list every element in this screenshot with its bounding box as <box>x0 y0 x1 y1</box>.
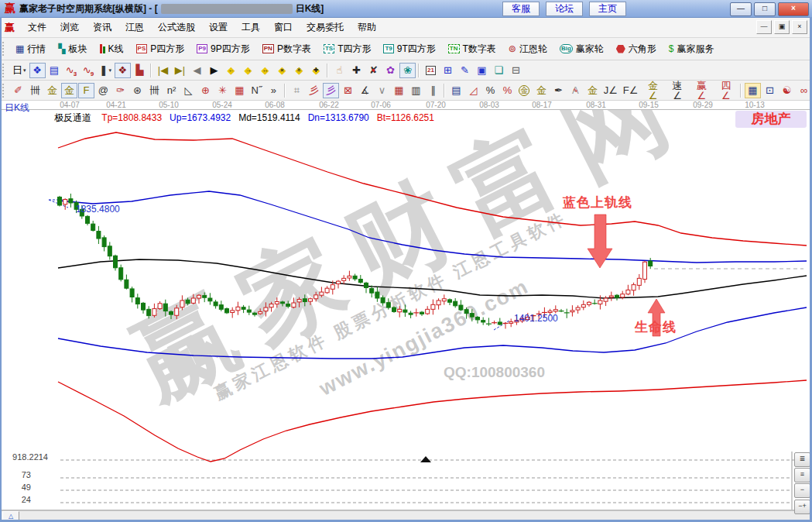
pen-k-tool[interactable]: ✒ <box>550 83 567 98</box>
gold-grid-tool[interactable]: 金 <box>44 83 60 98</box>
bars-tool[interactable]: ▤ <box>448 83 464 98</box>
candle-style-dropdown[interactable]: ❚▾ <box>98 63 114 78</box>
expand-all-button[interactable]: ◆✳ <box>291 63 307 78</box>
circle-ticks-tool[interactable]: ⊛ <box>129 83 146 98</box>
crosshair-tool[interactable]: ✚ <box>348 63 365 78</box>
k-marks-tool[interactable]: N˝ <box>248 83 265 98</box>
menu-window[interactable]: 窗口 <box>267 19 300 36</box>
save-button[interactable]: ▣ <box>474 63 490 78</box>
pen-tool[interactable]: ✐ <box>10 83 26 98</box>
parallel-tool[interactable]: ∥ <box>425 83 441 98</box>
gold-circle-tool[interactable]: 金 <box>516 83 533 98</box>
titlebar-link-service[interactable]: 客服 <box>502 2 540 16</box>
grid-gold-center-tool[interactable]: ▦ <box>745 83 761 98</box>
menu-gann[interactable]: 江恩 <box>118 19 151 36</box>
grid-dark-tool[interactable]: ▥ <box>408 83 424 98</box>
frame-tool[interactable]: ⌗ <box>289 83 305 98</box>
shift-left-button[interactable]: ◆← <box>223 63 239 78</box>
print-button[interactable]: ⊟ <box>508 63 524 78</box>
memo-button[interactable]: ✎ <box>457 63 473 78</box>
winner-service-button[interactable]: $赢家服务 <box>663 39 721 58</box>
prev-bar-button[interactable]: ◀ <box>189 63 205 78</box>
child-restore-button[interactable]: ▣ <box>774 20 790 34</box>
square-grid-tool[interactable]: ▦ <box>231 83 248 98</box>
compress-button[interactable]: ◆× <box>274 63 290 78</box>
histogram-tool[interactable]: ▙ <box>132 63 148 78</box>
expand-h-button[interactable]: ◆↔ <box>257 63 273 78</box>
tally2-tool[interactable]: 卌 <box>146 83 163 98</box>
pane-one-split-button[interactable]: − <box>794 483 810 498</box>
flower-teal-tool[interactable]: ❀ <box>399 63 416 78</box>
minimize-button[interactable]: — <box>730 2 752 16</box>
menu-help[interactable]: 帮助 <box>351 19 383 36</box>
angle-f-tool[interactable]: F∠ <box>621 83 640 98</box>
list-doc-tool[interactable]: ▤ <box>46 63 63 78</box>
spiral-tool[interactable]: @ <box>95 83 111 98</box>
maximize-button[interactable]: □ <box>754 2 776 16</box>
gann-circle-tool[interactable]: ⊕ <box>197 83 214 98</box>
v-dots-tool[interactable]: ∨ <box>374 83 390 98</box>
menu-formula-stock-pick[interactable]: 公式选股 <box>151 19 202 36</box>
pane-slider-button[interactable]: −+ <box>794 500 810 514</box>
pane-three-split-button[interactable]: ≣ <box>794 452 810 467</box>
gold-line-tool[interactable]: 金 <box>533 83 550 98</box>
menu-trade[interactable]: 交易委托 <box>300 19 351 36</box>
brush-tool[interactable]: ✑ <box>112 83 128 98</box>
winner-wheel-button[interactable]: Big赢家轮 <box>553 39 610 58</box>
menu-news[interactable]: 资讯 <box>86 19 118 36</box>
chart-box-tool[interactable]: ⊡ <box>762 83 778 98</box>
period-day-dropdown[interactable]: 日▾ <box>10 63 29 78</box>
p9-square-button[interactable]: P99P四方形 <box>190 39 255 58</box>
erase-tool[interactable]: ✘● <box>365 63 382 78</box>
menu-browse[interactable]: 浏览 <box>53 19 86 36</box>
fan-purple-tool[interactable]: 彡 <box>323 83 339 98</box>
menu-settings[interactable]: 设置 <box>202 19 235 36</box>
sectors-button[interactable]: ▚板块 <box>52 39 93 58</box>
grid-red-tool[interactable]: ▦ <box>391 83 407 98</box>
box-lines-tool[interactable]: ⊠ <box>340 83 356 98</box>
angle-j-tool[interactable]: J∠ <box>601 83 620 98</box>
a-wave-tool[interactable]: A∿ <box>567 83 584 98</box>
angle-speed-tool[interactable]: 速∠ <box>666 83 689 98</box>
kline-button[interactable]: K线 <box>94 39 130 58</box>
pane-two-split-button[interactable]: ≡ <box>794 468 810 483</box>
last-bar-button[interactable]: ▶| <box>172 63 188 78</box>
calculator-button[interactable]: ⊞ <box>440 63 456 78</box>
star-grid-tool[interactable]: ✳ <box>214 83 231 98</box>
child-minimize-button[interactable]: — <box>756 20 772 34</box>
child-close-button[interactable]: × <box>792 20 807 34</box>
center-button[interactable]: ◆✚ <box>308 63 324 78</box>
calendar-button[interactable]: 21 <box>423 63 439 78</box>
pattern-blue-tool[interactable]: ❖ <box>29 63 46 78</box>
p-square-button[interactable]: PSP四方形 <box>130 39 191 58</box>
pattern-red-tool[interactable]: ❖ <box>115 63 131 78</box>
next-bar-button[interactable]: ▶ <box>206 63 222 78</box>
titlebar-link-home[interactable]: 主页 <box>589 2 626 16</box>
more-tools-button[interactable]: » <box>266 83 282 98</box>
tally-tool[interactable]: 卌 <box>27 83 43 98</box>
retrace-tool[interactable]: ◿ <box>465 83 481 98</box>
angle-ruler-tool[interactable]: ◺ <box>180 83 197 98</box>
hand-tool[interactable]: ☝ <box>331 63 348 78</box>
wave-3-tool[interactable]: ∿3 <box>63 63 80 78</box>
titlebar-link-forum[interactable]: 论坛 <box>546 2 583 16</box>
menu-tools[interactable]: 工具 <box>235 19 267 36</box>
close-button[interactable]: × <box>778 2 809 16</box>
fan-red-tool[interactable]: 彡 <box>306 83 322 98</box>
sync-button[interactable]: ❏ <box>491 63 507 78</box>
n2-tool[interactable]: n² <box>163 83 180 98</box>
f-grid-tool[interactable]: F <box>78 83 94 98</box>
angle-pencil-tool[interactable]: ∡ <box>357 83 373 98</box>
sector-badge[interactable]: 房地产 <box>735 111 807 128</box>
menu-file[interactable]: 文件 <box>21 19 53 36</box>
first-bar-button[interactable]: |◀ <box>155 63 171 78</box>
yinyang-tool[interactable]: ☯ <box>779 83 795 98</box>
quotes-button[interactable]: ▦行情 <box>9 39 52 58</box>
percent-line-tool[interactable]: % <box>499 83 516 98</box>
wave-9-tool[interactable]: ∿9 <box>81 63 97 78</box>
t9-square-button[interactable]: T99T四方形 <box>377 39 441 58</box>
percent-tool[interactable]: % <box>482 83 499 98</box>
gann-wheel-button[interactable]: ⊚江恩轮 <box>502 39 553 58</box>
angle-win-tool[interactable]: 赢∠ <box>690 83 713 98</box>
gold-grid2-tool[interactable]: 金 <box>61 83 77 98</box>
